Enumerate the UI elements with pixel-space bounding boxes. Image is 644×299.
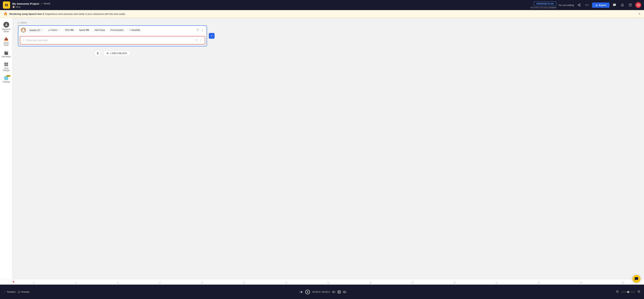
help-button[interactable] [628, 2, 633, 8]
voice-selector[interactable]: Natalie (F) [27, 28, 45, 32]
drag-handle-icon: ⠿ [23, 39, 24, 42]
text-input-row: ⠿ ⋮ [20, 36, 205, 45]
player-controls: 00:00.0 / 00:00.0 [32, 289, 613, 294]
svg-marker-21 [307, 291, 308, 293]
sidebar: Explore AI Voices 📥 Import Script 🎬 Add … [0, 18, 12, 285]
bell-icon [621, 4, 624, 7]
svg-rect-12 [97, 52, 98, 53]
breadcrumb: 🏠 jiang [12, 6, 50, 8]
ruler-mark: 28s [560, 281, 602, 284]
chevron-down-icon [41, 29, 43, 31]
lightning-icon: ▶ [48, 29, 50, 31]
svg-point-2 [580, 6, 580, 7]
add-media-icon: 🎬 [4, 51, 8, 55]
chevron-down-icon-2 [58, 29, 60, 31]
bottom-nav-labels: Timeline Preview [4, 291, 30, 293]
add-pause-chip[interactable]: Add Pause [92, 28, 107, 32]
svg-marker-10 [197, 29, 199, 31]
media-button[interactable] [338, 290, 341, 293]
row-play-button[interactable] [196, 39, 198, 42]
row-play-icon [196, 39, 198, 41]
ruler-marks-container: 2s 4s 6s 8s 10s 12s 14s 16s 18s 20s 22s … [12, 281, 644, 284]
block-more-button[interactable]: ⋮ [201, 28, 204, 32]
text-input-field[interactable] [26, 39, 194, 42]
speed-label: Speed [79, 29, 85, 31]
breadcrumb-text: jiang [16, 6, 20, 8]
voice-bar: Natalie (F) ▶ Promo Pitch 0% Speed [18, 26, 207, 35]
side-add-button[interactable]: + [209, 33, 214, 39]
pronunciation-chip[interactable]: Pronunciation [108, 28, 126, 32]
sidebar-item-add-media[interactable]: 🎬 Add Media [1, 49, 12, 60]
download-icon [595, 4, 598, 6]
ruler-mark: 18s [349, 281, 392, 284]
side-action: + [209, 33, 214, 39]
player-right [616, 290, 640, 294]
help-icon [629, 4, 632, 7]
home-icon: 🏠 [12, 6, 15, 8]
chat-icon-button[interactable] [612, 2, 617, 8]
pitch-label: Pitch [65, 29, 70, 31]
row-more-button[interactable]: ⋮ [200, 39, 202, 42]
captions-button[interactable] [343, 290, 346, 293]
svg-point-9 [23, 29, 24, 30]
notification-button[interactable] [620, 2, 625, 8]
speed-chip[interactable]: Speed 0% [77, 28, 91, 32]
zoom-out-button[interactable] [616, 290, 619, 294]
skip-back-button[interactable] [299, 290, 303, 294]
variability-chip[interactable]: + Variability [127, 28, 142, 32]
you-editing-label: You are editing [558, 4, 574, 7]
fire-icon: 🔥 [4, 12, 8, 16]
banner-text: Rendering using Speech Gen 2: Experience… [9, 13, 126, 15]
sidebar-label-explore: Explore AI Voices [2, 28, 10, 33]
share-button[interactable] [576, 2, 582, 8]
sidebar-item-voice-changer[interactable]: 🎛️ Voice Changer [1, 60, 12, 73]
mic-icon [96, 52, 99, 55]
zoom-slider[interactable] [621, 291, 635, 292]
volume-icon [332, 290, 335, 293]
header-right: UPGRADE PLAN 00:10:00 of 10 mins availab… [530, 2, 641, 9]
time-info: 00:10:00 of 10 mins available [530, 7, 556, 9]
add-block-button[interactable]: ⊕ + ADD A BLOCK [103, 51, 130, 56]
timeline-tab[interactable]: Timeline [4, 291, 16, 293]
play-icon-main [305, 289, 310, 294]
style-name: Promo [51, 29, 57, 31]
time-display: 00:00.0 / 00:00.0 [312, 290, 330, 293]
zoom-out-icon [616, 290, 619, 293]
monitor-icon [18, 291, 20, 293]
svg-point-0 [580, 4, 580, 5]
sidebar-item-translate[interactable]: NEW 🌐 Translate [1, 74, 12, 85]
message-icon [613, 4, 616, 7]
voice-changer-icon: 🎛️ [4, 62, 8, 67]
block-label: 1 - Block [18, 22, 638, 24]
user-avatar[interactable]: JQ [635, 2, 641, 8]
preview-tab[interactable]: Preview [18, 291, 29, 293]
pitch-chip[interactable]: Pitch 0% [63, 28, 76, 32]
upgrade-plan-button[interactable]: UPGRADE PLAN [534, 2, 556, 6]
sidebar-item-explore-ai-voices[interactable]: Explore AI Voices [1, 20, 12, 34]
app-header: M My Awesome Project Saved 🏠 jiang UPGRA… [0, 0, 644, 10]
embed-button[interactable] [584, 2, 590, 8]
import-icon: 📥 [4, 37, 8, 41]
announcement-banner: 🔥 Rendering using Speech Gen 2: Experien… [0, 10, 644, 18]
volume-button[interactable] [332, 290, 335, 293]
main-play-button[interactable] [305, 289, 310, 294]
ruler-mark: 8s [139, 281, 181, 284]
zoom-in-button[interactable] [638, 290, 640, 294]
app-logo[interactable]: M [3, 2, 10, 9]
add-block-area: ⊕ + ADD A BLOCK [18, 50, 207, 56]
svg-marker-11 [196, 39, 198, 41]
banner-close-button[interactable]: × [638, 12, 640, 16]
svg-line-40 [640, 292, 640, 293]
voice-style-chip[interactable]: ▶ Promo [46, 28, 62, 32]
sidebar-label-add-media: Add Media [2, 56, 10, 58]
svg-point-1 [578, 5, 579, 6]
export-button[interactable]: Export [592, 3, 610, 8]
variability-label: + Variability [129, 29, 140, 31]
zoom-thumb [627, 291, 629, 293]
voice-name-text: Natalie (F) [29, 29, 40, 32]
sidebar-item-import-script[interactable]: 📥 Import Script [1, 35, 12, 48]
svg-point-8 [6, 24, 7, 25]
mic-button[interactable] [94, 50, 101, 56]
chat-support-button[interactable] [632, 275, 640, 283]
block-play-button[interactable] [196, 28, 200, 32]
